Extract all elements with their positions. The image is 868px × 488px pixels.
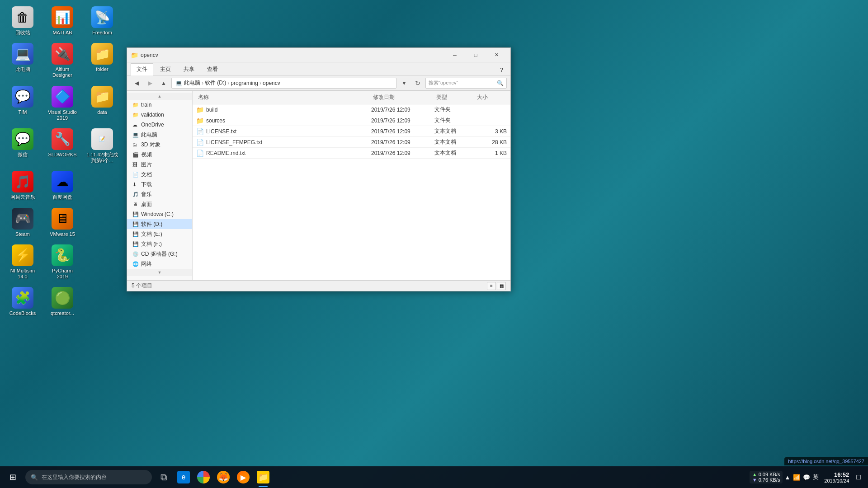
dropdown-button[interactable]: ▼ (398, 78, 410, 89)
desktop-icon-wechat[interactable]: 💬 微信 (5, 127, 41, 165)
desktop-icon-ni[interactable]: ⚡ NI Multisim 14.0 (5, 243, 41, 282)
up-button[interactable]: ▲ (158, 78, 170, 89)
ni-label: NI Multisim 14.0 (6, 268, 39, 280)
sidebar-item-thispc[interactable]: 💻 此电脑 (127, 130, 192, 140)
sys-tray-icons: ▲ 📶 💬 英 (784, 473, 819, 481)
taskbar-edge[interactable]: e (174, 466, 193, 488)
desktop-icon-mypc[interactable]: 💻 此电脑 (5, 41, 41, 80)
vmware-label: VMware 15 (50, 231, 75, 237)
col-date[interactable]: 修改日期 (371, 93, 434, 102)
desktop-icon-vs[interactable]: 🔷 Visual Studio 2019 (44, 84, 80, 123)
desktop-icon-sw[interactable]: 🔧 SLDWORKS (44, 127, 80, 165)
active-indicator (259, 486, 268, 487)
folder-label: folder (96, 66, 108, 72)
desktop-icon-steam[interactable]: 🎮 Steam (5, 206, 41, 239)
sidebar-item-desktop[interactable]: 🖥 桌面 (127, 199, 192, 209)
taskbar-search[interactable]: 🔍 在这里输入你要搜索的内容 (25, 470, 152, 484)
sidebar-item-documents[interactable]: 📄 文档 (127, 169, 192, 179)
sw-icon: 🔧 (52, 128, 73, 150)
minimize-button[interactable]: ─ (444, 48, 465, 62)
detail-view-button[interactable]: ▦ (497, 282, 506, 290)
desktop-icon-baidu[interactable]: ☁ 百度网盘 (44, 169, 80, 202)
sidebar-item-docs-e[interactable]: 💾 文档 (E:) (127, 229, 192, 239)
file-type: 文本文档 (434, 149, 475, 157)
col-size[interactable]: 大小 (475, 93, 507, 102)
desktop-icon-recycle[interactable]: 🗑 回收站 (5, 5, 41, 38)
notification-area[interactable]: □ (854, 473, 863, 481)
input-tray[interactable]: 英 (813, 473, 819, 481)
desktop-icon-netease[interactable]: 🎵 网易云音乐 (5, 169, 41, 202)
col-type[interactable]: 类型 (434, 93, 475, 102)
sidebar: ▲ 📁 train 📁 validation ☁ OneDrive 💻 此电脑 (127, 91, 193, 280)
search-box[interactable]: 搜索"opencv" 🔍 (425, 78, 507, 89)
validation-folder-icon: 📁 (132, 112, 139, 118)
start-button[interactable]: ⊞ (2, 466, 24, 488)
desktop-icon-vmware[interactable]: 🖥 VMware 15 (44, 206, 80, 239)
task-view-button[interactable]: ⧉ (154, 466, 174, 488)
sidebar-item-images[interactable]: 🖼 图片 (127, 160, 192, 169)
path-segment-opencv[interactable]: opencv (263, 80, 280, 86)
taskbar-chrome[interactable] (193, 466, 213, 488)
tray-arrow[interactable]: ▲ (784, 474, 790, 481)
file-name: LICENSE_FFMPEG.txt (206, 139, 262, 145)
back-button[interactable]: ◀ (131, 78, 142, 89)
taskbar-clock[interactable]: 16:52 2019/10/24 (821, 471, 853, 483)
sidebar-item-downloads[interactable]: ⬇ 下载 (127, 179, 192, 189)
drive-d-icon: 💾 (132, 221, 139, 227)
list-view-button[interactable]: ≡ (487, 282, 496, 290)
maximize-button[interactable]: □ (465, 48, 486, 62)
sidebar-item-video[interactable]: 🎬 视频 (127, 150, 192, 160)
table-row[interactable]: 📄 LICENSE_FFMPEG.txt 2019/7/26 12:09 文本文… (193, 137, 510, 148)
sidebar-item-3d[interactable]: 🗂 3D 对象 (127, 140, 192, 150)
netease-icon: 🎵 (12, 171, 33, 192)
path-segment-d[interactable]: 软件 (D:) (205, 79, 226, 87)
sidebar-item-validation[interactable]: 📁 validation (127, 110, 192, 120)
taskbar-explorer[interactable]: 📁 (253, 466, 273, 488)
desktop-icon-pycharm[interactable]: 🐍 PyCharm 2019 (44, 243, 80, 282)
sidebar-item-onedrive[interactable]: ☁ OneDrive (127, 120, 192, 130)
sidebar-scroll-up[interactable]: ▲ (127, 93, 192, 100)
desktop-icon-data[interactable]: 📁 data (84, 84, 120, 123)
table-row[interactable]: 📁 build 2019/7/26 12:09 文件夹 (193, 104, 510, 115)
sidebar-item-train[interactable]: 📁 train (127, 100, 192, 110)
sidebar-item-software-d[interactable]: 💾 软件 (D:) (127, 219, 192, 229)
file-type: 文本文档 (434, 127, 475, 135)
wechat-tray-icon[interactable]: 💬 (803, 474, 810, 481)
col-name[interactable]: 名称 (196, 93, 371, 102)
tab-file[interactable]: 文件 (131, 63, 153, 75)
documents-icon: 📄 (132, 171, 139, 178)
address-path[interactable]: 💻 此电脑 › 软件 (D:) › programing › opencv (171, 78, 396, 89)
sidebar-item-e-label: 文档 (E:) (141, 230, 162, 238)
desktop-icon-version[interactable]: 📝 1.11.42未完成到第6个... (84, 127, 120, 165)
sidebar-item-docs-f[interactable]: 💾 文档 (F:) (127, 239, 192, 249)
sidebar-item-cd-g[interactable]: 💿 CD 驱动器 (G:) (127, 249, 192, 259)
network-tray-icon[interactable]: 📶 (793, 474, 800, 481)
taskbar-play[interactable]: ▶ (233, 466, 253, 488)
desktop-icon-codeblocks[interactable]: 🧩 CodeBlocks (5, 285, 41, 318)
path-segment-computer[interactable]: 此电脑 (184, 79, 200, 87)
sidebar-item-windows-c[interactable]: 💾 Windows (C:) (127, 209, 192, 219)
sidebar-scroll-down[interactable]: ▼ (127, 269, 192, 276)
table-row[interactable]: 📄 LICENSE.txt 2019/7/26 12:09 文本文档 3 KB (193, 126, 510, 137)
sidebar-item-music[interactable]: 🎵 音乐 (127, 189, 192, 199)
path-segment-programing[interactable]: programing (231, 80, 258, 86)
sidebar-item-network[interactable]: 🌐 网络 (127, 259, 192, 269)
table-row[interactable]: 📁 sources 2019/7/26 12:09 文件夹 (193, 115, 510, 126)
desktop-icon-freedom[interactable]: 📡 Freedom (84, 5, 120, 38)
taskbar-firefox[interactable]: 🦊 (213, 466, 233, 488)
help-button[interactable]: ? (496, 65, 507, 75)
desktop-icon-matlab[interactable]: 📊 MATLAB (44, 5, 80, 38)
table-row[interactable]: 📄 README.md.txt 2019/7/26 12:09 文本文档 1 K… (193, 148, 510, 159)
desktop-icon-altium[interactable]: 🔌 Altium Designer (44, 41, 80, 80)
tab-view[interactable]: 查看 (201, 63, 224, 75)
refresh-button[interactable]: ↻ (412, 78, 424, 89)
desktop-icon-tim[interactable]: 💬 TIM (5, 84, 41, 123)
tab-home[interactable]: 主页 (154, 63, 177, 75)
task-view-icon: ⧉ (160, 472, 167, 483)
desktop-icon-folder[interactable]: 📁 folder (84, 41, 120, 80)
close-button[interactable]: ✕ (486, 48, 507, 62)
desktop-icon-qtcreator[interactable]: 🟢 qtcreator... (44, 285, 80, 318)
tab-share[interactable]: 共享 (178, 63, 200, 75)
forward-button[interactable]: ▶ (144, 78, 156, 89)
music-icon: 🎵 (132, 191, 139, 197)
